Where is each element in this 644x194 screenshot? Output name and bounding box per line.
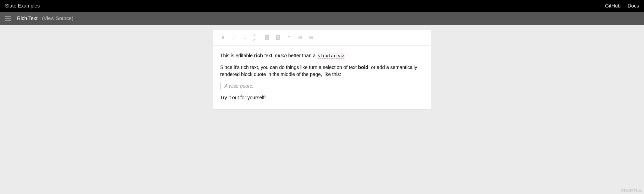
- svg-point-9: [309, 36, 310, 37]
- editor-card: B I U < > 1 2 ” 1 2 3: [213, 30, 431, 109]
- stage: B I U < > 1 2 ” 1 2 3: [0, 25, 644, 119]
- quote-text: A wise quote.: [224, 83, 253, 89]
- code-icon[interactable]: < >: [253, 35, 259, 40]
- svg-point-10: [309, 37, 310, 38]
- editor-toolbar: B I U < > 1 2 ” 1 2 3: [213, 30, 431, 46]
- github-link[interactable]: GitHub: [605, 3, 620, 9]
- code-run: <textarea>: [317, 53, 345, 59]
- example-title: Rich Text: [17, 16, 38, 21]
- paragraph[interactable]: Since it's rich text, you can do things …: [220, 64, 424, 78]
- view-source-link[interactable]: (View Source): [42, 16, 73, 21]
- italic-icon[interactable]: I: [231, 35, 237, 40]
- text-run: This is editable: [220, 53, 254, 58]
- editor-content[interactable]: This is editable rich text, much better …: [213, 46, 431, 109]
- italic-run: much: [275, 53, 287, 58]
- svg-point-11: [309, 38, 310, 39]
- text-run: text,: [263, 53, 275, 58]
- block-quote[interactable]: A wise quote.: [220, 82, 424, 90]
- bold-icon[interactable]: B: [220, 35, 226, 40]
- bulleted-list-icon[interactable]: [308, 35, 314, 40]
- text-run: !: [345, 53, 348, 58]
- underline-icon[interactable]: U: [242, 35, 248, 40]
- top-nav: Slate Examples GitHub Docs: [0, 0, 644, 12]
- paragraph[interactable]: Try it out for yourself!: [220, 94, 424, 101]
- sub-nav: Rich Text (View Source): [0, 12, 644, 25]
- heading-two-icon[interactable]: 2: [275, 35, 281, 40]
- block-quote-icon[interactable]: ”: [286, 35, 292, 40]
- text-run: Try it out for yourself!: [220, 95, 266, 100]
- text-run: Since it's rich text, you can do things …: [220, 64, 358, 70]
- text-run: better than a: [287, 53, 317, 58]
- svg-text:3: 3: [298, 38, 299, 40]
- heading-one-icon[interactable]: 1: [264, 35, 270, 40]
- watermark: @掘金技术社区: [621, 188, 642, 192]
- bold-run: bold: [358, 64, 368, 70]
- menu-icon[interactable]: [5, 16, 11, 20]
- brand-title: Slate Examples: [5, 3, 40, 9]
- numbered-list-icon[interactable]: 1 2 3: [297, 35, 303, 40]
- docs-link[interactable]: Docs: [627, 3, 639, 9]
- bold-run: rich: [254, 53, 263, 58]
- paragraph[interactable]: This is editable rich text, much better …: [220, 52, 424, 59]
